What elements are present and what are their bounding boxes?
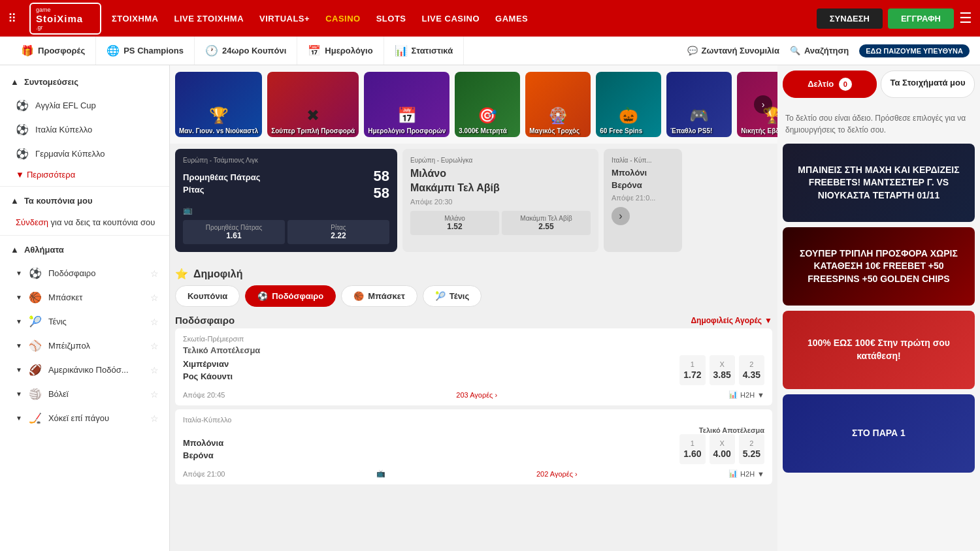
promo-banner-0[interactable]: ΜΠΑΙΝΕΙΣ ΣΤΗ ΜΑΧΗ ΚΑΙ ΚΕΡΔΙΖΕΙΣ FREEBETS… bbox=[783, 144, 975, 222]
soccer-icon-3: ⚽ bbox=[16, 148, 29, 160]
promo-banner-2[interactable]: 100% ΕΩΣ 100€ Στην πρώτη σου κατάθεση! bbox=[783, 311, 975, 389]
chevron-down-icon: ▼ bbox=[16, 170, 24, 180]
subnav-offers[interactable]: 🎁 Προσφορές bbox=[10, 37, 96, 65]
grid-icon[interactable]: ⠿ bbox=[8, 11, 16, 25]
coupon-login-link[interactable]: Σύνδεση για να δεις τα κουπόνια σου bbox=[0, 212, 169, 232]
odd-x-match1[interactable]: Χ 4.00 bbox=[710, 434, 735, 464]
live-odd-btn-maccabi[interactable]: Μακάμπι Τελ Αβίβ 2.55 bbox=[502, 211, 591, 235]
star-icon-baseball[interactable]: ☆ bbox=[150, 341, 159, 351]
tab-tennis[interactable]: 🎾 Τένις bbox=[423, 285, 482, 307]
sub-navigation: 🎁 Προσφορές 🌐 PS Champions 🕐 24ωρο Κουπό… bbox=[0, 37, 980, 65]
subnav-calendar[interactable]: 📅 Ημερολόγιο bbox=[297, 37, 384, 65]
live-team2-2: Βερόνα bbox=[612, 180, 674, 190]
odd-1-match1[interactable]: 1 1.60 bbox=[679, 434, 705, 464]
live-league-2: Ιταλία - Κύπ... bbox=[612, 157, 674, 164]
coupons-section[interactable]: ▲ Τα κουπόνια μου bbox=[0, 189, 169, 212]
promo-banner-1[interactable]: ΣΟΥΠΕΡ ΤΡΙΠΛΗ ΠΡΟΣΦΟΡΑ ΧΩΡΙΣ ΚΑΤΑΘΕΣΗ 10… bbox=[783, 227, 975, 306]
login-button[interactable]: ΣΥΝΔΕΣΗ bbox=[817, 8, 883, 29]
sidebar-sport-basketball[interactable]: ▼ 🏀 Μπάσκετ ☆ bbox=[0, 285, 169, 309]
more-markets-1[interactable]: 202 Αγορές › bbox=[536, 470, 578, 478]
betslip-empty-message: Το δελτίο σου είναι άδειο. Πρόσθεσε επιλ… bbox=[783, 104, 975, 144]
odd-x-match0[interactable]: Χ 3.85 bbox=[710, 355, 735, 385]
right-sidebar: Δελτίο 0 Τα Στοιχήματά μου Το δελτίο σου… bbox=[777, 65, 980, 551]
responsible-gaming-badge[interactable]: ΕΔΩ ΠΑΙΖΟΥΜΕ ΥΠΕΥΘΥΝΑ bbox=[859, 44, 970, 57]
betslip-tab-active[interactable]: Δελτίο 0 bbox=[783, 71, 877, 98]
star-icon-amfoot[interactable]: ☆ bbox=[150, 365, 159, 375]
sidebar-item-italy-cup[interactable]: ⚽ Ιταλία Κύπελλο bbox=[0, 118, 169, 142]
live-odd-btn-team1[interactable]: Προμηθέας Πάτρας 1.61 bbox=[183, 220, 285, 244]
star-icon-tennis[interactable]: ☆ bbox=[150, 317, 159, 327]
shortcuts-section[interactable]: ▲ Συντομεύσεις bbox=[0, 71, 169, 93]
sidebar-item-germany-cup[interactable]: ⚽ Γερμανία Κύπελλο bbox=[0, 142, 169, 166]
subnav-search[interactable]: 🔍 Αναζήτηση bbox=[790, 46, 849, 55]
promo-card-3[interactable]: 🎯 3.000€ Μετρητά bbox=[455, 72, 520, 137]
match-time-0: Απόψε 20:45 bbox=[183, 391, 225, 399]
hamburger-icon[interactable]: ☰ bbox=[959, 10, 972, 27]
sidebar-sport-baseball[interactable]: ▼ ⚾ Μπέιζμπολ ☆ bbox=[0, 334, 169, 358]
star-icon-soccer[interactable]: ☆ bbox=[150, 268, 159, 279]
nav-games[interactable]: GAMES bbox=[495, 14, 528, 24]
promo-card-2[interactable]: 📅 Ημερολόγιο Προσφορών bbox=[364, 72, 449, 137]
subnav-stats[interactable]: 📊 Στατιστικά bbox=[384, 37, 465, 65]
sports-section[interactable]: ▲ Αθλήματα bbox=[0, 238, 169, 261]
nav-live-casino[interactable]: LIVE CASINO bbox=[422, 14, 480, 24]
promo-card-0[interactable]: 🏆 Μαν. Γιουν. vs Νιούκαστλ bbox=[175, 72, 262, 137]
h2h-button-1[interactable]: 📊 H2H ▼ bbox=[728, 469, 764, 478]
match-league-1: Ιταλία-Κύπελλο bbox=[183, 416, 764, 424]
subnav-ps-champions[interactable]: 🌐 PS Champions bbox=[96, 37, 195, 65]
tab-coupons[interactable]: Κουπόνια bbox=[175, 285, 240, 307]
promo-card-4[interactable]: 🎡 Μαγικός Τροχός bbox=[525, 72, 591, 137]
nav-stoixima[interactable]: ΣΤΟΙΧΗΜΑ bbox=[112, 14, 159, 24]
promo-banner-3[interactable]: ΣΤΟ ΠΑΡΑ 1 bbox=[783, 394, 975, 473]
live-match-card-1[interactable]: Ευρώπη - Ευρωλίγκα Μιλάνο Μακάμπι Τελ Αβ… bbox=[402, 149, 598, 252]
promo-card-6[interactable]: 🎮 Έπαθλο PS5! bbox=[666, 72, 732, 137]
odd-val-2-m1: 5.25 bbox=[743, 449, 760, 459]
star-icon-hockey[interactable]: ☆ bbox=[150, 413, 159, 424]
sidebar-sport-hockey[interactable]: ▼ 🏒 Χόκεϊ επί πάγου ☆ bbox=[0, 406, 169, 430]
promo-label-7: Νικητής Εβδομάδας bbox=[737, 125, 777, 137]
star-icon-volley[interactable]: ☆ bbox=[150, 389, 159, 400]
banner-text-3: ΣΤΟ ΠΑΡΑ 1 bbox=[845, 420, 912, 447]
odd-2-match0[interactable]: 2 4.35 bbox=[739, 355, 764, 385]
odd-2-match1[interactable]: 2 5.25 bbox=[739, 434, 764, 464]
popular-markets-dropdown[interactable]: Δημοφιλείς Αγορές ▼ bbox=[691, 316, 772, 325]
sidebar-sport-tennis[interactable]: ▼ 🎾 Τένις ☆ bbox=[0, 309, 169, 334]
tab-soccer[interactable]: ⚽ Ποδόσφαιρο bbox=[245, 285, 336, 307]
match-time-1: Απόψε 20:30 bbox=[410, 198, 591, 206]
live-next-button[interactable]: › bbox=[612, 207, 630, 225]
nav-slots[interactable]: SLOTS bbox=[376, 14, 406, 24]
sidebar-more-shortcuts[interactable]: ▼ Περισσότερα bbox=[0, 166, 169, 183]
match-odds-1: 1 1.60 Χ 4.00 2 5.25 bbox=[679, 434, 764, 464]
promo-card-1[interactable]: ✖ Σούπερ Τριπλή Προσφορά bbox=[267, 72, 359, 137]
sidebar-sport-volleyball[interactable]: ▼ 🏐 Βόλεϊ ☆ bbox=[0, 382, 169, 406]
nav-casino[interactable]: CASINO bbox=[325, 14, 361, 24]
register-button[interactable]: ΕΓΓΡΑΦΗ bbox=[888, 8, 954, 29]
subnav-chat[interactable]: 💬 Ζωντανή Συνομιλία bbox=[687, 46, 779, 55]
match-time-1: Απόψε 21:00 bbox=[183, 470, 225, 478]
nav-virtuals[interactable]: VIRTUALS+ bbox=[259, 14, 310, 24]
banner-text-1: ΣΟΥΠΕΡ ΤΡΙΠΛΗ ΠΡΟΣΦΟΡΑ ΧΩΡΙΣ ΚΑΤΑΘΕΣΗ 10… bbox=[783, 241, 975, 292]
live-match-card-0[interactable]: Ευρώπη - Τσάμπιονς Λιγκ Προμηθέας Πάτρας… bbox=[175, 149, 397, 252]
star-icon-bball[interactable]: ☆ bbox=[150, 292, 159, 303]
baseball-icon: ⚾ bbox=[29, 339, 42, 352]
live-odd-btn-team2[interactable]: Ρίτας 2.22 bbox=[287, 220, 389, 244]
sidebar-sport-soccer[interactable]: ▼ ⚽ Ποδόσφαιρο ☆ bbox=[0, 261, 169, 285]
live-odd-btn-milan[interactable]: Μιλάνο 1.52 bbox=[410, 211, 499, 235]
odd-label-team2: Ρίτας bbox=[291, 224, 385, 231]
h2h-button-0[interactable]: 📊 H2H ▼ bbox=[728, 390, 764, 399]
subnav-24h-coupon[interactable]: 🕐 24ωρο Κουπόνι bbox=[195, 37, 297, 65]
sidebar-sport-amfootball[interactable]: ▼ 🏈 Αμερικάνικο Ποδόσ... ☆ bbox=[0, 358, 169, 382]
sidebar-item-efl[interactable]: ⚽ Αγγλία EFL Cup bbox=[0, 93, 169, 118]
live-match-card-2[interactable]: Ιταλία - Κύπ... Μπολόνι Βερόνα Απόψε 21:… bbox=[604, 149, 682, 252]
nav-live[interactable]: LIVE ΣΤΟΙΧΗΜΑ bbox=[174, 14, 244, 24]
promo-card-5[interactable]: 🎃 60 Free Spins bbox=[596, 72, 661, 137]
tab-basketball[interactable]: 🏀 Μπάσκετ bbox=[341, 285, 417, 307]
live-team1-1: Μιλάνο bbox=[410, 168, 591, 180]
more-markets-0[interactable]: 203 Αγορές › bbox=[456, 391, 497, 399]
chart-icon-0: 📊 bbox=[728, 390, 738, 399]
carousel-next-button[interactable]: › bbox=[754, 95, 772, 114]
chevron-down-icon-hockey: ▼ bbox=[16, 415, 22, 422]
odd-1-match0[interactable]: 1 1.72 bbox=[679, 355, 705, 385]
logo[interactable]: game StoiXima .gr bbox=[29, 3, 101, 35]
my-bets-tab[interactable]: Τα Στοιχήματά μου bbox=[881, 71, 975, 98]
